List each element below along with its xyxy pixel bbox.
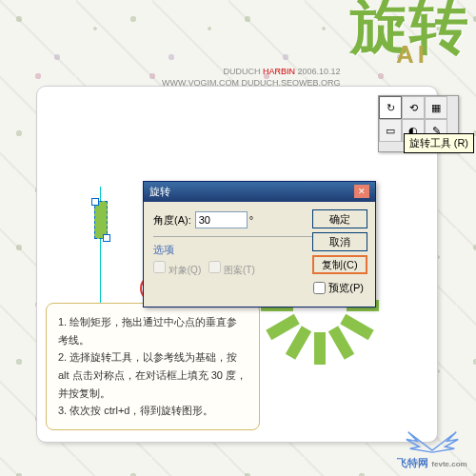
spoke <box>340 314 373 340</box>
preview-checkbox[interactable] <box>313 282 326 294</box>
rotate-dialog[interactable]: 旋转 ✕ 确定 取消 复制(C) 角度(A): ° 选项 对象(Q) 图案(T)… <box>143 181 376 307</box>
preview-label: 预览(P) <box>328 281 364 295</box>
dialog-title-text: 旋转 <box>149 185 170 199</box>
spoke <box>314 332 326 365</box>
spoke <box>286 326 311 359</box>
spoke <box>328 326 354 359</box>
instruction-step-3: 3. 依次按 ctrl+d，得到旋转图形。 <box>58 402 248 420</box>
instruction-step-1: 1. 绘制矩形，拖出通过中心点的垂直参考线。 <box>58 313 248 348</box>
tool-cell[interactable]: ▭ <box>379 119 402 142</box>
instructions-panel: 1. 绘制矩形，拖出通过中心点的垂直参考线。 2. 选择旋转工具，以参考线为基础… <box>46 303 260 430</box>
close-icon[interactable]: ✕ <box>354 185 369 198</box>
angle-label: 角度(A): <box>153 213 191 228</box>
degree-icon: ° <box>249 214 253 226</box>
rotate-tool-icon[interactable]: ↻ <box>379 96 402 119</box>
reflect-tool-icon[interactable]: ⟲ <box>402 96 425 119</box>
rect-shape-1[interactable] <box>94 201 108 239</box>
instruction-step-2: 2. 选择旋转工具，以参考线为基础，按 alt 点击对称点，在对话框上填充 30… <box>58 348 248 402</box>
cancel-button[interactable]: 取消 <box>312 232 367 251</box>
rotate-tool-tooltip: 旋转工具 (R) <box>404 133 474 153</box>
ai-label: AI <box>396 40 428 69</box>
site-name: 飞特网 <box>397 457 428 468</box>
free-transform-icon[interactable]: ▦ <box>425 96 447 119</box>
option-object[interactable]: 对象(Q) <box>153 261 201 277</box>
site-url: fevte.com <box>431 460 466 468</box>
wings-icon <box>398 423 466 456</box>
dialog-titlebar[interactable]: 旋转 ✕ <box>144 182 375 202</box>
site-logo[interactable]: 飞特网 fevte.com <box>394 423 470 470</box>
ok-button[interactable]: 确定 <box>312 209 367 228</box>
angle-input[interactable] <box>195 211 248 228</box>
option-pattern[interactable]: 图案(T) <box>208 261 255 277</box>
copy-button[interactable]: 复制(C) <box>312 255 367 274</box>
